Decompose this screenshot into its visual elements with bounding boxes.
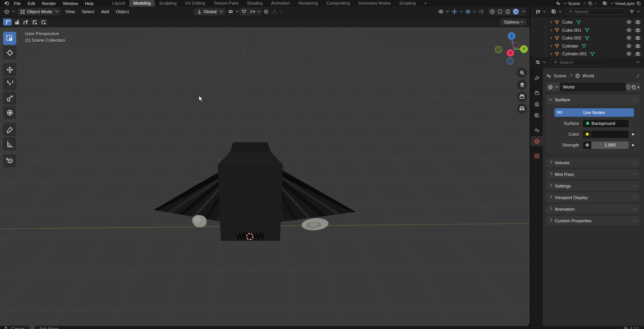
panel-grip[interactable]: ∷∷ bbox=[633, 196, 637, 199]
tab-shading[interactable]: Shading bbox=[243, 0, 267, 7]
render-visibility-icon[interactable] bbox=[635, 35, 641, 41]
outliner-filter-button[interactable] bbox=[628, 8, 641, 15]
object-name[interactable]: Cube bbox=[562, 20, 573, 24]
model-body[interactable] bbox=[218, 142, 283, 241]
xray-toggle[interactable] bbox=[477, 8, 486, 15]
select-mode-set-button[interactable] bbox=[3, 19, 12, 26]
duplicate-world-button[interactable] bbox=[631, 83, 636, 91]
shading-wireframe-button[interactable] bbox=[490, 9, 495, 14]
tab-view-layer[interactable] bbox=[530, 110, 543, 120]
select-mode-extend-button[interactable] bbox=[12, 19, 20, 26]
orientation-dropdown[interactable]: Global bbox=[194, 8, 225, 15]
visibility-dropdown[interactable] bbox=[437, 8, 450, 15]
outliner-row-cylinder[interactable]: › Cylinder bbox=[530, 42, 644, 50]
expand-icon[interactable]: › bbox=[551, 19, 552, 25]
tool-cursor[interactable] bbox=[3, 46, 16, 59]
shading-material-button[interactable] bbox=[505, 9, 510, 14]
panel-grip[interactable]: ∷∷ bbox=[633, 172, 637, 176]
new-scene-button[interactable] bbox=[588, 1, 593, 6]
outliner-row-cube002[interactable]: › Cube.002 bbox=[530, 34, 644, 42]
outliner-filter-collection[interactable] bbox=[549, 8, 563, 15]
tab-tool[interactable] bbox=[530, 73, 543, 83]
mist-pass-panel-header[interactable]: Mist Pass∷∷ bbox=[546, 169, 640, 179]
panel-grip[interactable]: ∷∷ bbox=[633, 207, 637, 211]
outliner-display-mode[interactable] bbox=[534, 8, 547, 15]
color-socket[interactable] bbox=[583, 131, 591, 138]
menu-select[interactable]: Select bbox=[78, 9, 98, 14]
menu-object[interactable]: Object bbox=[112, 9, 132, 14]
overlays-toggle[interactable] bbox=[464, 8, 477, 15]
tool-move[interactable] bbox=[3, 63, 16, 76]
tool-measure[interactable] bbox=[3, 137, 16, 150]
pan-button[interactable] bbox=[517, 80, 527, 90]
tab-render[interactable] bbox=[530, 88, 543, 98]
panel-grip[interactable]: ∷∷ bbox=[633, 98, 637, 102]
tool-scale[interactable] bbox=[3, 92, 16, 105]
tool-annotate[interactable] bbox=[3, 123, 16, 136]
unlink-scene-icon[interactable]: × bbox=[594, 1, 597, 6]
use-nodes-button[interactable]: Use Nodes bbox=[554, 108, 634, 117]
surface-panel-header[interactable]: Surface ∷∷ bbox=[546, 95, 640, 104]
hide-eye-icon[interactable] bbox=[626, 27, 632, 33]
color-keyframe-dot[interactable] bbox=[632, 133, 634, 135]
shading-solid-button[interactable] bbox=[497, 9, 503, 14]
pin-scene-icon[interactable] bbox=[582, 1, 586, 6]
options-dropdown[interactable]: Options bbox=[500, 19, 527, 26]
menu-add[interactable]: Add bbox=[98, 9, 112, 14]
gizmo-axis-x[interactable]: X bbox=[507, 49, 514, 57]
render-visibility-icon[interactable] bbox=[635, 43, 641, 49]
outliner-row-cube001[interactable]: › Cube.001 bbox=[530, 26, 644, 34]
properties-search-input[interactable] bbox=[559, 60, 600, 65]
view-layer-selector[interactable]: ViewLayer bbox=[602, 1, 635, 6]
tool-add-cube[interactable] bbox=[3, 154, 16, 167]
properties-search[interactable] bbox=[550, 59, 603, 66]
tab-sculpting[interactable]: Sculpting bbox=[155, 0, 181, 7]
strength-socket[interactable] bbox=[583, 141, 591, 149]
panel-grip[interactable]: ∷∷ bbox=[633, 161, 637, 165]
custom-properties-panel-header[interactable]: Custom Properties∷∷ bbox=[546, 216, 640, 225]
outliner-row-cube[interactable]: › Cube bbox=[530, 18, 644, 26]
surface-shader-field[interactable]: Background bbox=[583, 120, 629, 127]
strength-keyframe-dot[interactable] bbox=[632, 144, 634, 146]
render-visibility-icon[interactable] bbox=[635, 51, 641, 56]
mode-dropdown[interactable]: Object Mode bbox=[17, 8, 61, 15]
hide-eye-icon[interactable] bbox=[626, 19, 632, 25]
hide-eye-icon[interactable] bbox=[626, 43, 632, 49]
volume-panel-header[interactable]: Volume∷∷ bbox=[546, 158, 640, 167]
select-mode-intersect-button[interactable] bbox=[39, 19, 47, 26]
expand-icon[interactable]: › bbox=[551, 43, 552, 49]
render-visibility-icon[interactable] bbox=[635, 19, 641, 25]
nav-gizmo[interactable]: Z Y X bbox=[495, 32, 528, 65]
strength-value-field[interactable]: 1.000 bbox=[591, 141, 629, 149]
gizmos-toggle[interactable] bbox=[450, 8, 464, 15]
tab-modeling[interactable]: Modeling bbox=[129, 0, 155, 7]
world-name-field[interactable] bbox=[560, 83, 625, 91]
gizmo-axis-z[interactable]: Z bbox=[508, 32, 515, 40]
snap-pivot-button[interactable] bbox=[226, 8, 240, 15]
editor-type-button[interactable] bbox=[2, 8, 16, 16]
proportional-edit-button[interactable] bbox=[262, 8, 270, 15]
gizmo-axis-y[interactable]: Y bbox=[520, 46, 528, 53]
breadcrumb-scene[interactable]: Scene bbox=[554, 73, 566, 78]
shading-rendered-button[interactable] bbox=[513, 9, 519, 15]
tab-scripting[interactable]: Scripting bbox=[395, 0, 420, 7]
breadcrumb-world[interactable]: World bbox=[583, 73, 594, 78]
expand-icon[interactable]: › bbox=[551, 51, 552, 56]
object-name[interactable]: Cylinder.001 bbox=[562, 51, 587, 56]
gizmo-axis-y-neg[interactable] bbox=[495, 46, 502, 53]
fake-user-button[interactable] bbox=[626, 83, 631, 91]
menu-edit[interactable]: Edit bbox=[24, 1, 39, 6]
outliner-search[interactable] bbox=[565, 8, 625, 15]
render-visibility-icon[interactable] bbox=[635, 27, 641, 33]
unlink-world-button[interactable]: × bbox=[637, 83, 640, 91]
menu-file[interactable]: File bbox=[10, 1, 24, 6]
shading-dropdown[interactable] bbox=[522, 9, 525, 12]
menu-render[interactable]: Render bbox=[39, 1, 59, 6]
tab-uv-editing[interactable]: UV Editing bbox=[181, 0, 209, 7]
falloff-dropdown[interactable] bbox=[270, 8, 284, 15]
zoom-button[interactable] bbox=[517, 68, 527, 78]
pin-id-icon[interactable] bbox=[635, 73, 640, 78]
tab-world[interactable] bbox=[530, 136, 543, 146]
gizmo-axis-x-neg[interactable] bbox=[513, 42, 519, 48]
tab-texture-paint[interactable]: Texture Paint bbox=[209, 0, 242, 7]
